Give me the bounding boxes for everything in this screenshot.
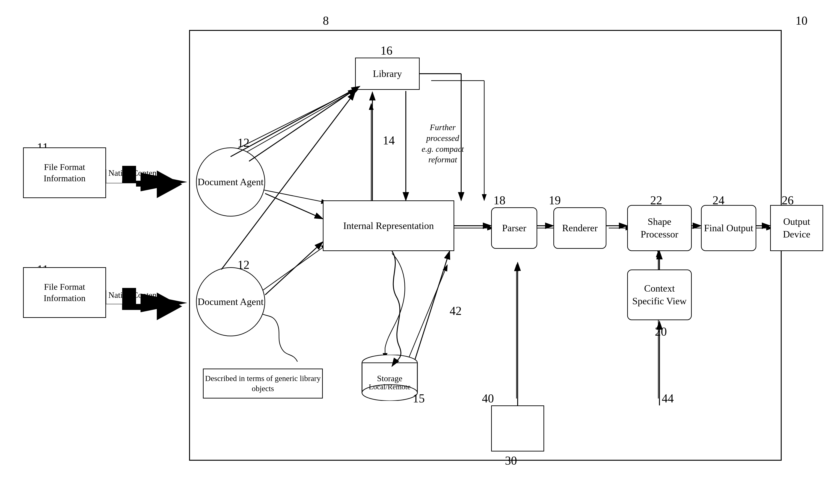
- doc-agent-circle-2: Document Agent: [196, 267, 265, 336]
- label-12a: 12: [237, 136, 249, 149]
- box-30: [491, 406, 544, 451]
- renderer-box: Renderer: [553, 207, 606, 249]
- doc-agent-circle-1: Document Agent: [196, 147, 265, 217]
- label-20: 20: [655, 325, 667, 338]
- final-output-box: Final Output: [701, 205, 756, 251]
- label-19: 19: [549, 193, 561, 207]
- label-14: 14: [383, 134, 395, 147]
- storage-cylinder: Storage Local/Remote: [360, 355, 420, 401]
- svg-text:Local/Remote: Local/Remote: [369, 382, 410, 391]
- library-box: Library: [355, 58, 420, 90]
- label-16: 16: [380, 44, 392, 57]
- described-note-box: Described in terms of generic library ob…: [203, 369, 323, 398]
- label-8: 8: [323, 14, 329, 27]
- label-15: 15: [413, 392, 425, 405]
- parser-box: Parser: [491, 207, 537, 249]
- label-10: 10: [796, 14, 807, 27]
- file-format-box-2: File Format Information: [23, 267, 106, 318]
- output-device-box: Output Device: [770, 205, 823, 251]
- further-processed-label: Further processed e.g. compact reformat: [420, 122, 466, 165]
- internal-rep-box: Internal Representation: [323, 200, 454, 251]
- label-40: 40: [482, 392, 494, 405]
- svg-text:Storage: Storage: [377, 374, 402, 383]
- native-content-label-2: Native Content: [108, 290, 159, 300]
- shape-processor-box: Shape Processor: [627, 205, 692, 251]
- label-18: 18: [494, 193, 505, 207]
- svg-marker-3: [122, 161, 182, 198]
- file-format-box-1: File Format Information: [23, 147, 106, 198]
- label-30: 30: [505, 454, 517, 467]
- context-view-box: Context Specific View: [627, 269, 692, 320]
- label-44: 44: [662, 392, 674, 405]
- native-content-label-1: Native Content: [108, 168, 159, 178]
- label-42: 42: [450, 304, 462, 318]
- svg-marker-4: [122, 283, 182, 320]
